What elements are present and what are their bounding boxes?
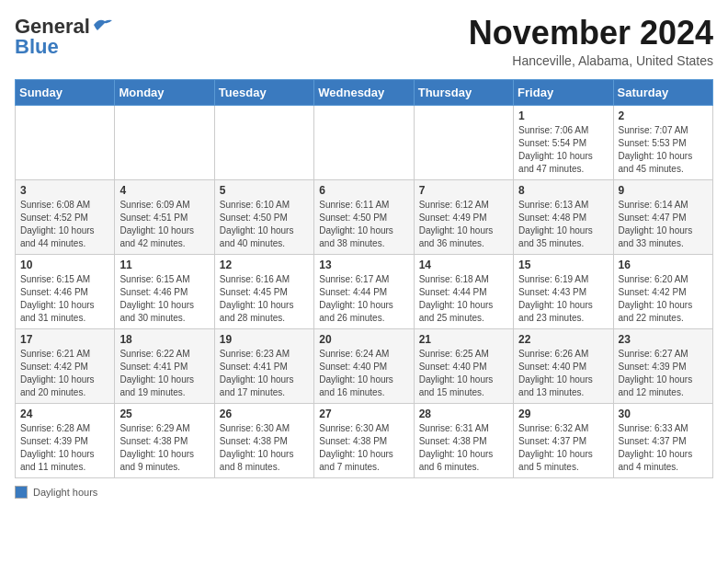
- weekday-header-monday: Monday: [115, 79, 214, 105]
- calendar-cell: 19Sunrise: 6:23 AMSunset: 4:41 PMDayligh…: [214, 328, 313, 403]
- day-info: Sunrise: 6:27 AMSunset: 4:39 PMDaylight:…: [619, 348, 708, 399]
- day-number: 2: [619, 109, 708, 122]
- day-number: 22: [518, 333, 608, 346]
- calendar-cell: 24Sunrise: 6:28 AMSunset: 4:39 PMDayligh…: [16, 403, 115, 477]
- day-info: Sunrise: 6:23 AMSunset: 4:41 PMDaylight:…: [220, 348, 309, 399]
- day-info: Sunrise: 6:14 AMSunset: 4:47 PMDaylight:…: [619, 199, 708, 250]
- calendar-cell: 11Sunrise: 6:15 AMSunset: 4:46 PMDayligh…: [115, 254, 214, 328]
- calendar-cell: 9Sunrise: 6:14 AMSunset: 4:47 PMDaylight…: [613, 179, 712, 254]
- day-number: 24: [20, 408, 109, 420]
- calendar-cell: 16Sunrise: 6:20 AMSunset: 4:42 PMDayligh…: [613, 254, 712, 328]
- month-title: November 2024: [469, 15, 713, 52]
- calendar-cell: 10Sunrise: 6:15 AMSunset: 4:46 PMDayligh…: [16, 254, 115, 328]
- day-info: Sunrise: 6:30 AMSunset: 4:38 PMDaylight:…: [220, 422, 309, 474]
- day-info: Sunrise: 6:12 AMSunset: 4:49 PMDaylight:…: [419, 199, 508, 250]
- calendar-cell: 30Sunrise: 6:33 AMSunset: 4:37 PMDayligh…: [613, 403, 712, 477]
- calendar-cell: 3Sunrise: 6:08 AMSunset: 4:52 PMDaylight…: [16, 179, 115, 254]
- page-header: General Blue November 2024 Hanceville, A…: [15, 15, 713, 68]
- calendar-cell: 13Sunrise: 6:17 AMSunset: 4:44 PMDayligh…: [314, 254, 414, 328]
- logo: General Blue: [15, 15, 112, 59]
- calendar-cell: [214, 105, 313, 179]
- logo-blue: Blue: [15, 35, 59, 59]
- day-number: 19: [220, 333, 309, 346]
- day-number: 17: [20, 333, 109, 346]
- calendar-cell: 23Sunrise: 6:27 AMSunset: 4:39 PMDayligh…: [613, 328, 712, 403]
- calendar-cell: 25Sunrise: 6:29 AMSunset: 4:38 PMDayligh…: [115, 403, 214, 477]
- day-number: 15: [518, 259, 608, 271]
- day-number: 30: [619, 408, 708, 420]
- calendar-cell: 14Sunrise: 6:18 AMSunset: 4:44 PMDayligh…: [414, 254, 513, 328]
- day-number: 6: [319, 184, 408, 197]
- weekday-header-sunday: Sunday: [16, 79, 115, 105]
- day-number: 28: [419, 408, 508, 420]
- day-info: Sunrise: 6:31 AMSunset: 4:38 PMDaylight:…: [419, 422, 508, 474]
- day-number: 23: [619, 333, 708, 346]
- day-info: Sunrise: 6:25 AMSunset: 4:40 PMDaylight:…: [419, 348, 508, 399]
- day-number: 4: [119, 184, 209, 197]
- calendar-cell: [314, 105, 414, 179]
- location-subtitle: Hanceville, Alabama, United States: [469, 53, 713, 68]
- day-info: Sunrise: 6:21 AMSunset: 4:42 PMDaylight:…: [20, 348, 109, 399]
- day-number: 13: [319, 259, 408, 271]
- day-number: 7: [419, 184, 508, 197]
- day-info: Sunrise: 6:15 AMSunset: 4:46 PMDaylight:…: [20, 273, 109, 325]
- title-area: November 2024 Hanceville, Alabama, Unite…: [469, 15, 713, 68]
- day-info: Sunrise: 6:09 AMSunset: 4:51 PMDaylight:…: [119, 199, 209, 250]
- calendar-cell: 17Sunrise: 6:21 AMSunset: 4:42 PMDayligh…: [16, 328, 115, 403]
- calendar-cell: 28Sunrise: 6:31 AMSunset: 4:38 PMDayligh…: [414, 403, 513, 477]
- day-number: 10: [20, 259, 109, 271]
- weekday-header-wednesday: Wednesday: [314, 79, 414, 105]
- weekday-header-tuesday: Tuesday: [214, 79, 313, 105]
- calendar-table: SundayMondayTuesdayWednesdayThursdayFrid…: [15, 79, 713, 478]
- calendar-cell: 1Sunrise: 7:06 AMSunset: 5:54 PMDaylight…: [514, 105, 613, 179]
- weekday-header-friday: Friday: [514, 79, 613, 105]
- calendar-cell: 18Sunrise: 6:22 AMSunset: 4:41 PMDayligh…: [115, 328, 214, 403]
- day-info: Sunrise: 6:11 AMSunset: 4:50 PMDaylight:…: [319, 199, 408, 250]
- calendar-cell: 21Sunrise: 6:25 AMSunset: 4:40 PMDayligh…: [414, 328, 513, 403]
- day-number: 14: [419, 259, 508, 271]
- day-number: 16: [619, 259, 708, 271]
- calendar-cell: 2Sunrise: 7:07 AMSunset: 5:53 PMDaylight…: [613, 105, 712, 179]
- day-info: Sunrise: 6:29 AMSunset: 4:38 PMDaylight:…: [119, 422, 209, 474]
- day-info: Sunrise: 6:17 AMSunset: 4:44 PMDaylight:…: [319, 273, 408, 325]
- day-info: Sunrise: 6:10 AMSunset: 4:50 PMDaylight:…: [220, 199, 309, 250]
- daylight-legend-color: [15, 486, 28, 499]
- day-number: 11: [119, 259, 209, 271]
- calendar-cell: 27Sunrise: 6:30 AMSunset: 4:38 PMDayligh…: [314, 403, 414, 477]
- day-number: 3: [20, 184, 109, 197]
- day-number: 21: [419, 333, 508, 346]
- calendar-cell: 29Sunrise: 6:32 AMSunset: 4:37 PMDayligh…: [514, 403, 613, 477]
- day-number: 9: [619, 184, 708, 197]
- calendar-cell: [414, 105, 513, 179]
- day-number: 25: [119, 408, 209, 420]
- weekday-header-thursday: Thursday: [414, 79, 513, 105]
- calendar-header-row: SundayMondayTuesdayWednesdayThursdayFrid…: [16, 79, 713, 105]
- day-info: Sunrise: 6:16 AMSunset: 4:45 PMDaylight:…: [220, 273, 309, 325]
- day-info: Sunrise: 6:26 AMSunset: 4:40 PMDaylight:…: [518, 348, 608, 399]
- calendar-cell: [16, 105, 115, 179]
- daylight-legend-label: Daylight hours: [33, 487, 97, 498]
- weekday-header-saturday: Saturday: [613, 79, 712, 105]
- day-number: 5: [220, 184, 309, 197]
- day-number: 26: [220, 408, 309, 420]
- day-number: 8: [518, 184, 608, 197]
- calendar-week-3: 10Sunrise: 6:15 AMSunset: 4:46 PMDayligh…: [16, 254, 713, 328]
- day-info: Sunrise: 6:20 AMSunset: 4:42 PMDaylight:…: [619, 273, 708, 325]
- day-info: Sunrise: 7:07 AMSunset: 5:53 PMDaylight:…: [619, 124, 708, 176]
- calendar-cell: 6Sunrise: 6:11 AMSunset: 4:50 PMDaylight…: [314, 179, 414, 254]
- day-info: Sunrise: 7:06 AMSunset: 5:54 PMDaylight:…: [518, 124, 608, 176]
- calendar-week-1: 1Sunrise: 7:06 AMSunset: 5:54 PMDaylight…: [16, 105, 713, 179]
- calendar-week-4: 17Sunrise: 6:21 AMSunset: 4:42 PMDayligh…: [16, 328, 713, 403]
- day-info: Sunrise: 6:32 AMSunset: 4:37 PMDaylight:…: [518, 422, 608, 474]
- day-info: Sunrise: 6:22 AMSunset: 4:41 PMDaylight:…: [119, 348, 209, 399]
- calendar-week-2: 3Sunrise: 6:08 AMSunset: 4:52 PMDaylight…: [16, 179, 713, 254]
- day-number: 20: [319, 333, 408, 346]
- day-info: Sunrise: 6:15 AMSunset: 4:46 PMDaylight:…: [119, 273, 209, 325]
- day-number: 18: [119, 333, 209, 346]
- day-info: Sunrise: 6:30 AMSunset: 4:38 PMDaylight:…: [319, 422, 408, 474]
- day-info: Sunrise: 6:19 AMSunset: 4:43 PMDaylight:…: [518, 273, 608, 325]
- calendar-cell: 20Sunrise: 6:24 AMSunset: 4:40 PMDayligh…: [314, 328, 414, 403]
- day-number: 1: [518, 109, 608, 122]
- calendar-week-5: 24Sunrise: 6:28 AMSunset: 4:39 PMDayligh…: [16, 403, 713, 477]
- day-info: Sunrise: 6:08 AMSunset: 4:52 PMDaylight:…: [20, 199, 109, 250]
